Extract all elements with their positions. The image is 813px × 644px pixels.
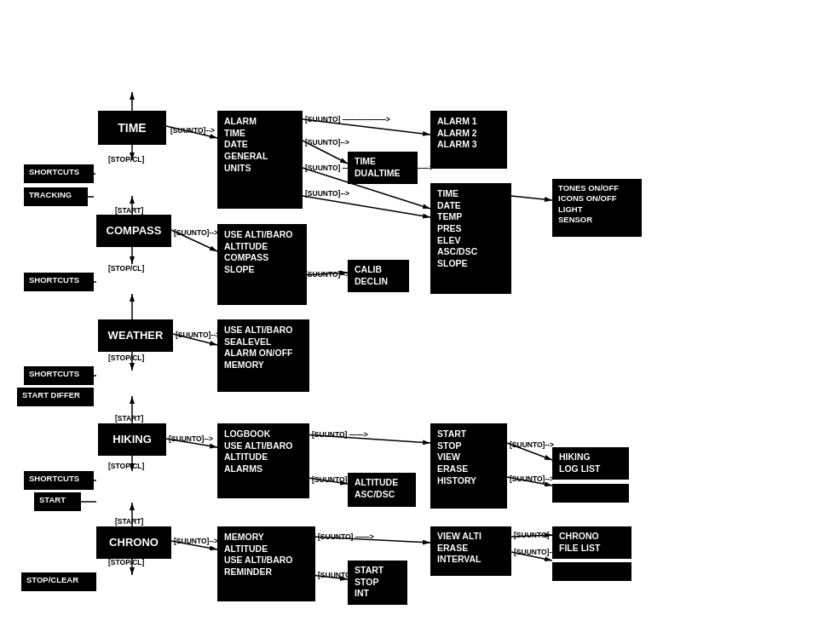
- chrono-box: CHRONO: [96, 526, 171, 559]
- label-suunto16: [SUUNTO]-->: [318, 571, 362, 579]
- svg-line-12: [303, 196, 430, 217]
- hiking-box: HIKING: [98, 423, 166, 456]
- label-stopcl5: [STOP/CL]: [108, 558, 144, 566]
- shortcuts2-box: SHORTCUTS: [24, 273, 94, 291]
- menu4-box: LOGBOOKUSE ALTI/BAROALTITUDEALARMS: [217, 423, 309, 498]
- svg-line-13: [511, 196, 552, 200]
- chronofile2-box: [552, 562, 631, 581]
- menu3-box: USE ALTI/BAROALTITUDECOMPASSSLOPE: [217, 224, 307, 305]
- tones-box: TONES ON/OFFICONS ON/OFFLIGHTSENSOR: [552, 179, 642, 237]
- altasc-box: ALTITUDEASC/DSC: [348, 473, 416, 507]
- chronofile-box: CHRONOFILE LIST: [552, 526, 631, 559]
- time-box: TIME: [98, 111, 166, 145]
- shortcuts4-box: SHORTCUTS: [24, 471, 94, 490]
- hikinglog2-box: [552, 484, 629, 503]
- weather-box: WEATHER: [98, 319, 173, 352]
- label-suunto7: [SUUNTO]-->: [305, 270, 349, 279]
- label-suunto1: [SUUNTO]-->: [170, 126, 215, 135]
- alarm123-box: ALARM 1ALARM 2ALARM 3: [430, 111, 507, 169]
- label-suunto13: [SUUNTO]-->: [510, 474, 554, 483]
- label-suunto8: [SUUNTO]-->: [176, 331, 220, 339]
- shortcuts3-box: SHORTCUTS: [24, 366, 94, 385]
- stopclear-box: STOP/CLEAR: [21, 572, 96, 591]
- label-suunto11: [SUUNTO]-->: [312, 475, 356, 484]
- label-suunto10: [SUUNTO] ——>: [312, 430, 368, 439]
- label-start1: [START]: [115, 206, 143, 215]
- label-suunto9: [SUUNTO]-->: [169, 434, 213, 443]
- startstop-box: STARTSTOPVIEWERASEHISTORY: [430, 423, 507, 509]
- startstop2-box: STARTSTOPINT: [348, 561, 407, 605]
- label-start3: [START]: [115, 517, 143, 526]
- calibdeclin-box: CALIBDECLIN: [348, 260, 409, 292]
- label-suunto17: [SUUNTO]-->: [514, 531, 558, 539]
- label-suunto2: [SUUNTO] ——————>: [305, 115, 390, 124]
- label-suunto18: [SUUNTO]-->: [514, 548, 558, 556]
- diagram: TIME SHORTCUTS TRACKING COMPASS SHORTCUT…: [0, 0, 813, 644]
- timetemp-box: TIMEDATETEMPPRESELEVASC/DSCSLOPE: [430, 183, 511, 294]
- label-stopcl1: [STOP/CL]: [108, 155, 144, 164]
- label-stopcl4: [STOP/CL]: [108, 462, 144, 470]
- shortcuts1-box: SHORTCUTS: [24, 164, 94, 183]
- hikinglog1-box: HIKINGLOG LIST: [552, 447, 629, 480]
- label-suunto14: [SUUNTO]-->: [174, 537, 218, 545]
- label-suunto15: [SUUNTO] ——>: [318, 532, 374, 541]
- label-suunto6: [SUUNTO]-->: [174, 228, 218, 237]
- compass-box: COMPASS: [96, 215, 171, 247]
- viewalti-box: VIEW ALTIERASEINTERVAL: [430, 526, 511, 576]
- label-stopcl3: [STOP/CL]: [108, 354, 144, 362]
- label-suunto4: [SUUNTO] ————————————>: [305, 164, 434, 172]
- menu1-box: ALARMTIMEDATEGENERALUNITS: [217, 111, 303, 209]
- label-suunto3: [SUUNTO]-->: [305, 138, 349, 147]
- startdiffer-box: START DIFFER: [17, 388, 94, 406]
- tracking-box: TRACKING: [24, 187, 88, 206]
- label-stopcl2: [STOP/CL]: [108, 264, 144, 273]
- label-suunto12: [SUUNTO]-->: [510, 440, 554, 449]
- label-start2: [START]: [115, 414, 143, 423]
- label-suunto5: [SUUNTO]-->: [305, 189, 349, 198]
- menu5-box: MEMORYALTITUDEUSE ALTI/BAROREMINDER: [217, 526, 315, 601]
- start-box: START: [34, 492, 81, 511]
- menu2-box: USE ALTI/BAROSEALEVELALARM ON/OFFMEMORY: [217, 319, 309, 392]
